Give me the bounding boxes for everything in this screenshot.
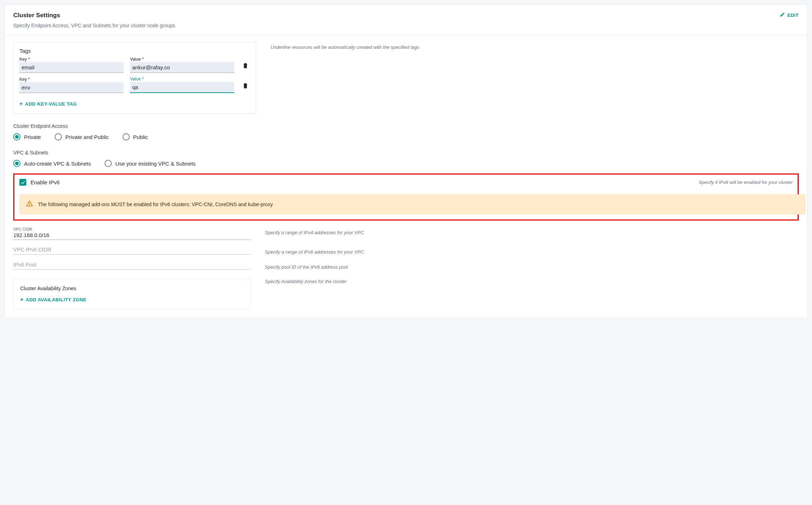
tag-value-label: Value *	[130, 57, 234, 62]
radio-icon	[123, 133, 130, 140]
radio-icon	[13, 160, 20, 167]
radio-private[interactable]: Private	[13, 133, 41, 140]
page-subtitle: Specify Endpoint Access, VPC and Subnets…	[13, 23, 175, 28]
check-icon	[20, 180, 26, 185]
vpc-cidr-row: VPC CIDR 192.168.0.0/16 Specify a range …	[13, 227, 799, 240]
svg-point-1	[29, 205, 30, 205]
tags-title: Tags	[19, 48, 250, 54]
vpc-ipv6-cidr-helper: Specify a range of IPv6 addresses for yo…	[265, 249, 364, 255]
add-tag-label: ADD KEY-VALUE TAG	[25, 101, 77, 107]
edit-button-label: EDIT	[787, 13, 799, 18]
ipv6-pool-row: IPv6 Pool Specify pool ID of the IPv6 ad…	[13, 261, 799, 270]
radio-label: Public	[133, 134, 148, 140]
ipv6-pool-field[interactable]: IPv6 Pool	[13, 261, 250, 270]
vpc-cidr-field[interactable]: VPC CIDR 192.168.0.0/16	[13, 227, 250, 240]
az-section: Cluster Availability Zones + ADD AVAILAB…	[13, 270, 799, 310]
ipv6-alert-text: The following managed add-ons MUST be en…	[38, 201, 273, 207]
tag-row: Key * Value *	[19, 77, 250, 93]
tag-value-input[interactable]	[130, 82, 234, 93]
page-title: Cluster Settings	[13, 12, 175, 19]
delete-tag-button[interactable]	[241, 80, 250, 92]
trash-icon	[242, 85, 249, 90]
warning-icon	[26, 200, 33, 209]
tag-value-input[interactable]	[130, 62, 234, 73]
radio-existing-vpc[interactable]: Use your existing VPC & Subnets	[105, 160, 195, 167]
enable-ipv6-checkbox[interactable]	[19, 179, 26, 186]
radio-auto-create-vpc[interactable]: Auto-create VPC & Subnets	[13, 160, 91, 167]
enable-ipv6-label: Enable IPv6	[31, 179, 60, 185]
vpc-cidr-helper: Specify a range of IPv4 addresses for yo…	[265, 230, 364, 235]
vpc-ipv6-cidr-field[interactable]: VPC IPv6 CIDR	[13, 246, 250, 255]
enable-ipv6-row: Enable IPv6 Specify if IPv6 will be enab…	[19, 179, 793, 186]
az-card: Cluster Availability Zones + ADD AVAILAB…	[13, 279, 250, 310]
radio-label: Use your existing VPC & Subnets	[115, 161, 195, 167]
tag-key-input[interactable]	[19, 82, 124, 93]
tag-key-label: Key *	[19, 57, 124, 62]
tag-key-input[interactable]	[19, 62, 124, 73]
radio-label: Private and Public	[65, 134, 109, 140]
add-tag-button[interactable]: + ADD KEY-VALUE TAG	[19, 101, 77, 107]
radio-label: Auto-create VPC & Subnets	[24, 161, 91, 167]
az-title: Cluster Availability Zones	[20, 286, 244, 291]
tag-value-field: Value *	[130, 77, 234, 93]
radio-private-public[interactable]: Private and Public	[55, 133, 109, 140]
vpc-subnets-label: VPC & Subnets	[13, 150, 799, 156]
radio-label: Private	[24, 134, 41, 140]
tag-value-label: Value *	[130, 77, 234, 82]
panel-header: Cluster Settings Specify Endpoint Access…	[5, 5, 807, 35]
tags-section: Tags Key * Value *	[13, 42, 799, 114]
endpoint-access-label: Cluster Endpoint Access	[13, 123, 799, 129]
ipv6-highlight-box: Enable IPv6 Specify if IPv6 will be enab…	[13, 173, 799, 221]
edit-button[interactable]: EDIT	[780, 12, 799, 18]
cluster-settings-panel: Cluster Settings Specify Endpoint Access…	[4, 4, 808, 319]
tag-key-label: Key *	[19, 77, 124, 82]
radio-icon	[105, 160, 112, 167]
panel-title-block: Cluster Settings Specify Endpoint Access…	[13, 12, 175, 28]
trash-icon	[242, 65, 249, 70]
endpoint-access-radio-row: Private Private and Public Public	[13, 133, 799, 140]
tag-row: Key * Value *	[19, 57, 250, 73]
radio-icon	[55, 133, 62, 140]
delete-tag-button[interactable]	[241, 60, 250, 71]
tag-key-field: Key *	[19, 77, 124, 93]
add-az-button[interactable]: + ADD AVAILABILITY ZONE	[20, 297, 87, 302]
vpc-cidr-value: 192.168.0.0/16	[13, 232, 250, 240]
vpc-ipv6-cidr-row: VPC IPv6 CIDR Specify a range of IPv6 ad…	[13, 246, 799, 255]
tag-value-field: Value *	[130, 57, 234, 73]
radio-public[interactable]: Public	[123, 133, 148, 140]
radio-icon	[13, 133, 20, 140]
az-helper: Specify Availability zones for the clust…	[265, 279, 347, 284]
add-az-label: ADD AVAILABILITY ZONE	[26, 297, 87, 302]
vpc-subnets-radio-row: Auto-create VPC & Subnets Use your exist…	[13, 160, 799, 167]
pencil-icon	[780, 12, 785, 18]
tags-helper: Underline resources will be automaticall…	[271, 45, 419, 50]
ipv6-helper: Specify if IPv6 will be enabled for your…	[698, 180, 793, 185]
ipv6-alert: The following managed add-ons MUST be en…	[19, 194, 806, 214]
vpc-ipv6-cidr-placeholder: VPC IPv6 CIDR	[13, 246, 250, 255]
vpc-cidr-label: VPC CIDR	[13, 227, 250, 231]
ipv6-pool-placeholder: IPv6 Pool	[13, 261, 250, 270]
tag-key-field: Key *	[19, 57, 124, 73]
panel-body: Tags Key * Value *	[5, 35, 807, 318]
plus-icon: +	[20, 297, 24, 302]
tags-card: Tags Key * Value *	[13, 42, 256, 114]
plus-icon: +	[19, 101, 23, 107]
ipv6-pool-helper: Specify pool ID of the IPv6 address pool	[265, 264, 348, 270]
